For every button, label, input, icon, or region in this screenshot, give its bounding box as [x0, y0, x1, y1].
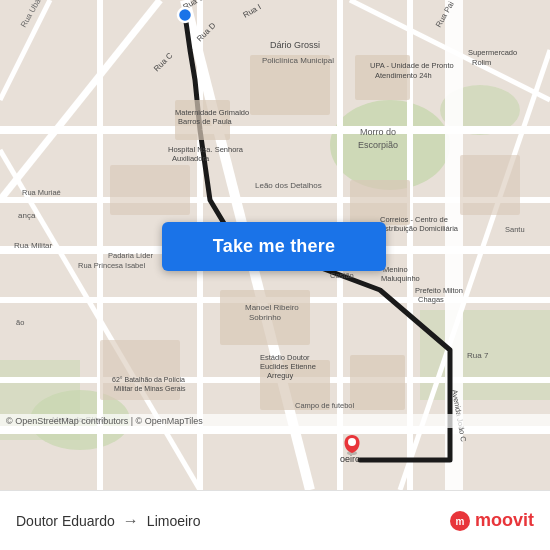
svg-text:Leão dos Detalhos: Leão dos Detalhos: [255, 181, 322, 190]
svg-text:Escorpião: Escorpião: [358, 140, 398, 150]
svg-text:Auxiliadora: Auxiliadora: [172, 154, 210, 163]
svg-text:Correios - Centro de: Correios - Centro de: [380, 215, 448, 224]
svg-text:ança: ança: [18, 211, 36, 220]
route-from: Doutor Eduardo: [16, 513, 115, 529]
svg-rect-31: [460, 155, 520, 215]
map-container: Rua Ubá Rua G Rua I Rua D Rua C Rua Pai …: [0, 0, 550, 490]
svg-text:Rolim: Rolim: [472, 58, 491, 67]
svg-text:Campo de futebol: Campo de futebol: [295, 401, 355, 410]
svg-text:Sobrinho: Sobrinho: [249, 313, 282, 322]
svg-text:Euclides Etienne: Euclides Etienne: [260, 362, 316, 371]
svg-text:Menino: Menino: [383, 265, 408, 274]
svg-text:Rua Muriaé: Rua Muriaé: [22, 188, 61, 197]
svg-text:Arreguy: Arreguy: [267, 371, 294, 380]
svg-text:Rua Militar: Rua Militar: [14, 241, 53, 250]
svg-text:Morro do: Morro do: [360, 127, 396, 137]
moovit-logo: m moovit: [449, 510, 534, 532]
attribution-text: © OpenStreetMap contributors | © OpenMap…: [6, 416, 203, 426]
svg-rect-32: [350, 355, 405, 410]
route-info: Doutor Eduardo → Limoeiro: [16, 512, 449, 530]
svg-text:ão: ão: [16, 318, 24, 327]
svg-text:Militar de Minas Gerais: Militar de Minas Gerais: [114, 385, 186, 392]
bottom-bar: Doutor Eduardo → Limoeiro m moovit: [0, 490, 550, 550]
svg-text:Distribuição Domiciliária: Distribuição Domiciliária: [378, 224, 459, 233]
take-me-there-button[interactable]: Take me there: [162, 222, 386, 271]
svg-text:Maluquinho: Maluquinho: [381, 274, 420, 283]
svg-text:Maternidade Grimaldo: Maternidade Grimaldo: [175, 108, 249, 117]
svg-text:Supermercado: Supermercado: [468, 48, 517, 57]
svg-point-83: [348, 438, 356, 446]
svg-text:Policlínica Municipal: Policlínica Municipal: [262, 56, 334, 65]
svg-text:m: m: [456, 516, 465, 527]
svg-text:oeiro: oeiro: [340, 454, 360, 464]
svg-text:Santu: Santu: [505, 225, 525, 234]
svg-text:Barros de Paula: Barros de Paula: [178, 117, 233, 126]
svg-text:Estádio Doutor: Estádio Doutor: [260, 353, 310, 362]
svg-text:Prefeito Milton: Prefeito Milton: [415, 286, 463, 295]
svg-text:62° Batalhão da Polícia: 62° Batalhão da Polícia: [112, 376, 185, 383]
route-arrow-icon: →: [123, 512, 139, 530]
svg-text:Costão: Costão: [330, 271, 354, 280]
svg-text:Manoel Ribeiro: Manoel Ribeiro: [245, 303, 299, 312]
map-attribution: © OpenStreetMap contributors | © OpenMap…: [0, 414, 550, 428]
route-to: Limoeiro: [147, 513, 201, 529]
moovit-icon: m: [449, 510, 471, 532]
svg-text:Rua Princesa Isabel: Rua Princesa Isabel: [78, 261, 145, 270]
svg-point-84: [178, 8, 192, 22]
svg-rect-26: [110, 165, 190, 215]
moovit-brand-name: moovit: [475, 510, 534, 531]
svg-text:Padaria Líder: Padaria Líder: [108, 251, 154, 260]
svg-text:Dário Grossi: Dário Grossi: [270, 40, 320, 50]
svg-text:Atendimento 24h: Atendimento 24h: [375, 71, 432, 80]
svg-text:UPA - Unidade de Pronto: UPA - Unidade de Pronto: [370, 61, 454, 70]
svg-text:Hospital Nsa. Senhora: Hospital Nsa. Senhora: [168, 145, 244, 154]
svg-text:Chagas: Chagas: [418, 295, 444, 304]
svg-text:Rua 7: Rua 7: [467, 351, 489, 360]
